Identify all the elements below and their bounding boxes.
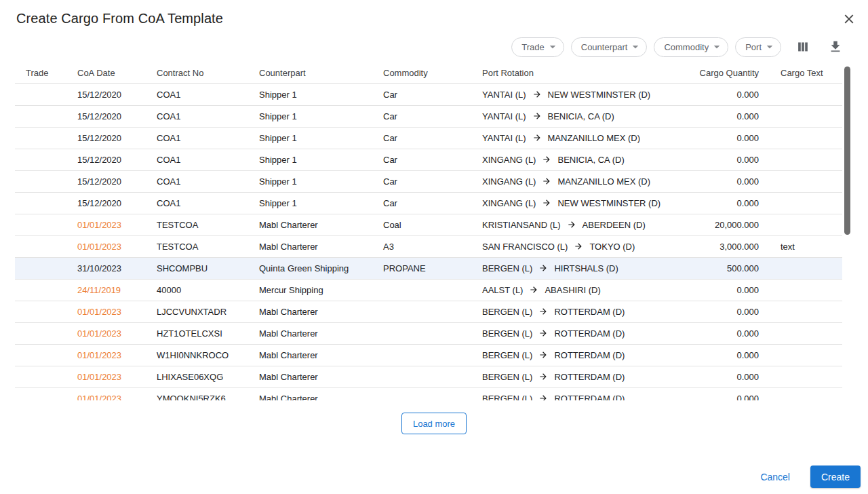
col-header-coa-date: CoA Date xyxy=(66,63,146,83)
cell-cargo-text xyxy=(770,366,842,387)
cell-trade xyxy=(15,192,66,214)
table-row[interactable]: 24/11/2019 40000 Mercur Shipping AALST (… xyxy=(15,279,842,301)
col-header-cargo-quantity: Cargo Quantity xyxy=(686,63,770,83)
filter-trade[interactable]: Trade xyxy=(511,37,564,57)
cell-commodity xyxy=(372,322,471,344)
cell-port-rotation: KRISTIANSAND (L) ABERDEEN (D) xyxy=(471,214,686,235)
cell-cargo-quantity: 0.000 xyxy=(686,387,770,400)
arrow-forward-icon xyxy=(532,111,542,121)
discharge-port: NEW WESTMINSTER (D) xyxy=(557,198,660,208)
load-more-button[interactable]: Load more xyxy=(401,413,467,434)
load-port: BERGEN (L) xyxy=(482,307,532,317)
col-header-cargo-text: Cargo Text xyxy=(770,63,842,83)
cell-cargo-text xyxy=(770,214,842,235)
arrow-forward-icon xyxy=(538,307,548,316)
coa-table: Trade CoA Date Contract No Counterpart C… xyxy=(15,63,842,400)
table-row[interactable]: 01/01/2023 HZT1OTELCXSI Mabl Charterer B… xyxy=(15,322,842,344)
cell-cargo-text xyxy=(770,83,842,105)
cell-counterpart: Mabl Charterer xyxy=(248,344,372,366)
cancel-button[interactable]: Cancel xyxy=(753,466,797,488)
table-row[interactable]: 01/01/2023 LHIXASE06XQG Mabl Charterer B… xyxy=(15,366,842,387)
arrow-forward-icon xyxy=(542,155,551,164)
cell-commodity: PROPANE xyxy=(372,257,471,279)
scrollbar-thumb[interactable] xyxy=(844,66,850,235)
cell-contract-no: 40000 xyxy=(146,279,248,301)
create-button[interactable]: Create xyxy=(810,466,861,488)
download-icon[interactable] xyxy=(825,36,846,58)
filter-counterpart[interactable]: Counterpart xyxy=(571,37,648,57)
table-row[interactable]: 31/10/2023 SHCOMPBU Quinta Green Shippin… xyxy=(15,257,842,279)
cell-cargo-text xyxy=(770,279,842,301)
discharge-port: ROTTERDAM (D) xyxy=(554,394,625,401)
cell-commodity: Car xyxy=(372,83,471,105)
arrow-forward-icon xyxy=(538,350,548,360)
cell-cargo-text xyxy=(770,127,842,149)
chevron-down-icon xyxy=(546,40,559,54)
filter-port[interactable]: Port xyxy=(735,37,781,57)
discharge-port: ROTTERDAM (D) xyxy=(554,328,625,339)
cell-cargo-quantity: 0.000 xyxy=(686,192,770,214)
arrow-forward-icon xyxy=(542,176,551,186)
cell-counterpart: Shipper 1 xyxy=(248,83,372,105)
table-row[interactable]: 15/12/2020 COA1 Shipper 1 Car XINGANG (L… xyxy=(15,192,842,214)
cell-contract-no: COA1 xyxy=(146,149,248,170)
load-port: XINGANG (L) xyxy=(482,176,536,187)
cell-counterpart: Mabl Charterer xyxy=(248,387,372,400)
table-row[interactable]: 15/12/2020 COA1 Shipper 1 Car XINGANG (L… xyxy=(15,149,842,170)
table-row[interactable]: 01/01/2023 YMQQKNI5RZK6 Mabl Charterer B… xyxy=(15,387,842,400)
cell-cargo-text xyxy=(770,192,842,214)
filter-commodity-label: Commodity xyxy=(664,42,709,52)
cell-counterpart: Shipper 1 xyxy=(248,105,372,127)
cell-cargo-quantity: 20,000.000 xyxy=(686,214,770,235)
arrow-forward-icon xyxy=(538,263,548,273)
arrow-forward-icon xyxy=(538,328,548,338)
table-row[interactable]: 15/12/2020 COA1 Shipper 1 Car XINGANG (L… xyxy=(15,170,842,192)
cell-coa-date: 01/01/2023 xyxy=(66,387,146,400)
cell-counterpart: Quinta Green Shipping xyxy=(248,257,372,279)
cell-cargo-quantity: 0.000 xyxy=(686,322,770,344)
cell-coa-date: 01/01/2023 xyxy=(66,214,146,235)
discharge-port: ROTTERDAM (D) xyxy=(554,350,625,360)
table-row[interactable]: 15/12/2020 COA1 Shipper 1 Car YANTAI (L)… xyxy=(15,83,842,105)
cell-coa-date: 15/12/2020 xyxy=(66,127,146,149)
table-row[interactable]: 01/01/2023 LJCCVUNXTADR Mabl Charterer B… xyxy=(15,301,842,322)
discharge-port: BENICIA, CA (D) xyxy=(548,111,614,121)
cell-cargo-quantity: 0.000 xyxy=(686,83,770,105)
cell-cargo-text xyxy=(770,301,842,322)
col-header-commodity: Commodity xyxy=(372,63,471,83)
cell-cargo-quantity: 0.000 xyxy=(686,105,770,127)
cell-cargo-text xyxy=(770,257,842,279)
table-scrollbar[interactable] xyxy=(844,65,850,402)
cell-commodity: Car xyxy=(372,105,471,127)
table-row[interactable]: 15/12/2020 COA1 Shipper 1 Car YANTAI (L)… xyxy=(15,127,842,149)
arrow-forward-icon xyxy=(538,394,548,400)
table-row[interactable]: 01/01/2023 W1HI0NNKROCO Mabl Charterer B… xyxy=(15,344,842,366)
dialog-header: Create Cargo From CoA Template xyxy=(0,0,868,26)
cell-cargo-text xyxy=(770,149,842,170)
cell-contract-no: YMQQKNI5RZK6 xyxy=(146,387,248,400)
cell-coa-date: 15/12/2020 xyxy=(66,149,146,170)
chevron-down-icon xyxy=(710,40,724,54)
table-row[interactable]: 15/12/2020 COA1 Shipper 1 Car YANTAI (L)… xyxy=(15,105,842,127)
cell-port-rotation: BERGEN (L) ROTTERDAM (D) xyxy=(471,344,686,366)
cell-commodity: Car xyxy=(372,170,471,192)
cell-contract-no: COA1 xyxy=(146,192,248,214)
filter-trade-label: Trade xyxy=(521,42,544,52)
filter-commodity[interactable]: Commodity xyxy=(654,37,728,57)
cell-cargo-text xyxy=(770,387,842,400)
cell-trade xyxy=(15,366,66,387)
cell-contract-no: HZT1OTELCXSI xyxy=(146,322,248,344)
discharge-port: NEW WESTMINSTER (D) xyxy=(548,90,651,100)
close-icon[interactable] xyxy=(840,10,859,28)
cell-contract-no: COA1 xyxy=(146,127,248,149)
cell-commodity: Car xyxy=(372,149,471,170)
arrow-forward-icon xyxy=(529,285,538,294)
table-row[interactable]: 01/01/2023 TESTCOA Mabl Charterer A3 SAN… xyxy=(15,235,842,257)
cell-coa-date: 24/11/2019 xyxy=(66,279,146,301)
cell-port-rotation: XINGANG (L) NEW WESTMINSTER (D) xyxy=(471,192,686,214)
cell-cargo-text: text xyxy=(770,235,842,257)
coa-table-container: Trade CoA Date Contract No Counterpart C… xyxy=(15,63,853,400)
table-row[interactable]: 01/01/2023 TESTCOA Mabl Charterer Coal K… xyxy=(15,214,842,235)
cell-contract-no: LHIXASE06XQG xyxy=(146,366,248,387)
view-columns-icon[interactable] xyxy=(792,36,814,58)
